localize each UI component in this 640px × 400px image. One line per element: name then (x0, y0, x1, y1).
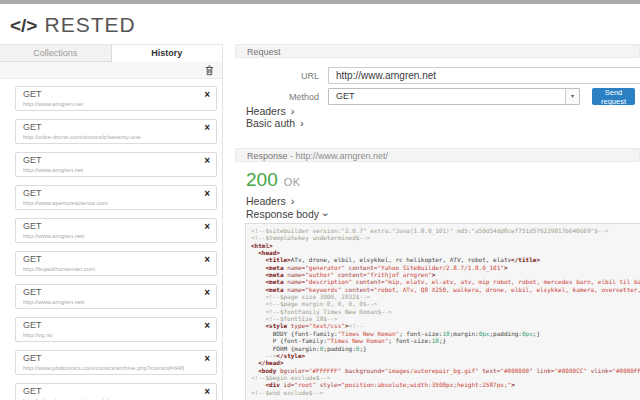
response-body-toggle[interactable]: Response body› (246, 208, 328, 220)
chevron-right-icon: › (291, 105, 295, 117)
request-section-title: Request (247, 47, 281, 57)
response-section-url: - http://www.arngren.net/ (290, 151, 388, 161)
history-item-method: GET (23, 353, 42, 363)
history-item-url: http://vg.no (23, 332, 198, 338)
request-headers-toggle[interactable]: Headers› (246, 105, 294, 117)
sidebar: Collections History GET http://www.arngr… (0, 44, 223, 400)
history-item-method: GET (23, 221, 42, 231)
history-item-url: http://www.arngren.net (23, 101, 198, 107)
tab-history[interactable]: History (111, 45, 223, 62)
tab-collections[interactable]: Collections (0, 45, 111, 62)
history-item[interactable]: GET http://www.arngren.net/ × (15, 284, 217, 309)
history-item-method: GET (23, 89, 42, 99)
code-brackets-icon: </> (10, 15, 37, 36)
app-logo: </>RESTED (10, 13, 136, 37)
history-item-close-icon[interactable]: × (204, 288, 210, 298)
response-body-code[interactable]: <!--$sitebuilder version:"2.0.7" extra:"… (245, 223, 640, 400)
request-section-header: Request (235, 44, 640, 58)
history-item[interactable]: GET http://www.aperturescience.com × (15, 185, 217, 210)
history-item-url: http://cube-drone.com/comics/c/seventy-o… (23, 134, 198, 140)
history-item-method: GET (23, 188, 42, 198)
history-item-url: http://www.phdcomics.com/comics/archive.… (23, 365, 198, 371)
response-body-label: Response body (246, 208, 319, 220)
main-panel: Request URL Method GET ▾ Send request He… (235, 44, 640, 400)
chevron-down-icon: ▾ (565, 89, 579, 104)
method-select[interactable]: GET ▾ (328, 88, 580, 105)
url-input[interactable] (328, 67, 640, 84)
history-item-close-icon[interactable]: × (204, 189, 210, 199)
status-text: OK (284, 176, 301, 188)
response-section-header: Response - http://www.arngren.net/ (235, 148, 640, 162)
history-item[interactable]: GET http://www.phdcomics.com/comics/arch… (15, 350, 217, 375)
basic-auth-label: Basic auth (246, 117, 295, 129)
send-request-button[interactable]: Send request (592, 88, 635, 105)
response-headers-label: Headers (246, 195, 286, 207)
basic-auth-toggle[interactable]: Basic auth› (246, 117, 304, 129)
history-item-method: GET (23, 287, 42, 297)
response-section-title: Response (247, 151, 288, 161)
history-item-url: http://www.arngren.net/ (23, 299, 198, 305)
history-item[interactable]: GET http://www.arngren.net/ × (15, 218, 217, 243)
history-item-close-icon[interactable]: × (204, 321, 210, 331)
chevron-down-icon: › (320, 213, 332, 217)
history-item[interactable]: GET http://cube-drone.com/comics/c/seven… (15, 119, 217, 144)
history-item[interactable]: GET http://cube-drone.com/comics/c/seven… (15, 383, 217, 400)
response-status: 200OK (246, 170, 301, 190)
history-item-close-icon[interactable]: × (204, 222, 210, 232)
history-item-close-icon[interactable]: × (204, 255, 210, 265)
history-item[interactable]: GET http://www.arngren.net × (15, 152, 217, 177)
chevron-right-icon: › (291, 195, 295, 207)
history-item[interactable]: GET http://bojackhorseman.com × (15, 251, 217, 276)
url-label: URL (235, 71, 319, 81)
app-title: RESTED (44, 13, 135, 36)
history-item-method: GET (23, 122, 42, 132)
history-item-method: GET (23, 320, 42, 330)
history-list: GET http://www.arngren.net × GET http://… (0, 79, 222, 400)
method-label: Method (235, 92, 319, 102)
history-toolbar (0, 62, 222, 79)
history-item-close-icon[interactable]: × (204, 387, 210, 397)
history-item-close-icon[interactable]: × (204, 90, 210, 100)
history-item[interactable]: GET http://vg.no × (15, 317, 217, 342)
browser-chrome-strip (0, 0, 640, 4)
history-item-method: GET (23, 254, 42, 264)
status-code: 200 (246, 169, 278, 190)
sidebar-tabs: Collections History (0, 44, 222, 62)
request-headers-label: Headers (246, 105, 286, 117)
history-item-url: http://bojackhorseman.com (23, 266, 198, 272)
response-headers-toggle[interactable]: Headers› (246, 195, 294, 207)
method-selected-value: GET (329, 91, 355, 101)
history-item-url: http://www.arngren.net (23, 167, 198, 173)
trash-icon[interactable] (205, 65, 214, 76)
history-item-method: GET (23, 386, 42, 396)
history-item-url: http://www.arngren.net/ (23, 233, 198, 239)
history-item-method: GET (23, 155, 42, 165)
history-item[interactable]: GET http://www.arngren.net × (15, 86, 217, 111)
history-item-close-icon[interactable]: × (204, 354, 210, 364)
history-item-close-icon[interactable]: × (204, 123, 210, 133)
history-item-close-icon[interactable]: × (204, 156, 210, 166)
chevron-right-icon: › (300, 117, 304, 129)
history-item-url: http://www.aperturescience.com (23, 200, 198, 206)
